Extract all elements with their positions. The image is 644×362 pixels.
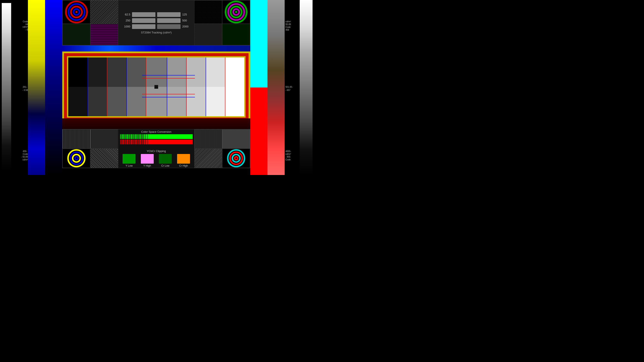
cell-dark-green [222, 24, 250, 45]
cell-dark [62, 24, 90, 45]
swatch-color-cr-low [159, 154, 172, 164]
right-855b: Code [286, 158, 291, 161]
tracking-bar-2000 [157, 24, 180, 29]
cell-diag-dark [90, 0, 118, 24]
swatch-label-y-low: Y Low [126, 164, 133, 167]
right-cdm2-bottom: cd/m² [286, 153, 291, 155]
center-square [154, 85, 158, 89]
hmarker-blue-top [142, 75, 195, 75]
svg-point-12 [72, 154, 80, 162]
tracking-label-1000: 1000 [122, 25, 130, 28]
main-content: 62.5 125 250 500 1000 2000 ST20 [62, 0, 250, 175]
concentric-circles-red [63, 0, 90, 23]
cell-concentric-cyan [222, 149, 250, 168]
csc-red-bar [120, 140, 192, 144]
left-sidebar: Code 64 cd/m² - 0 261- - 3.58 459- Code … [0, 0, 62, 175]
right-code-label: Code [286, 26, 291, 28]
right-sidebar: cd/m² 55.89 Code 459 501.65- - 657 4000-… [250, 0, 312, 175]
right-657: - 657 [286, 89, 290, 91]
left-yellow-bar [28, 0, 45, 175]
cyan-bar [250, 0, 268, 87]
swatch-label-y-high: Y High [144, 164, 151, 167]
cell-vlines-3 [194, 129, 222, 149]
concentric-circles-green [222, 0, 250, 23]
left-labels: Code 64 cd/m² - 0 261- - 3.58 459- Code … [13, 0, 28, 175]
gray-top [68, 57, 244, 87]
left-cdm2b: cd/m² [22, 158, 28, 161]
tracking-bar-250 [132, 18, 156, 23]
left-261: 261- [23, 86, 27, 88]
tracking-row-1: 62.5 125 [122, 12, 191, 17]
grayscale-chart [68, 57, 244, 116]
tracking-row-3: 1000 2000 [122, 24, 191, 29]
swatch-cr-low: Cr Low [159, 154, 172, 167]
cell-concentric-red [62, 0, 90, 24]
right-501: 501.65- [286, 86, 293, 88]
left-358: - 3.58 [22, 89, 28, 91]
top-grid: 62.5 125 250 500 1000 2000 ST20 [62, 0, 250, 45]
vline-3 [126, 57, 127, 116]
middle-section [62, 45, 250, 129]
tracking-value-125: 125 [182, 13, 191, 16]
vline-8 [225, 57, 226, 116]
vline-6 [186, 57, 186, 116]
svg-point-4 [75, 11, 78, 13]
left-code: Code [23, 153, 28, 155]
cell-vlines-1 [62, 129, 90, 149]
hmarker-red-bottom [142, 94, 195, 94]
cell-diag-fine [194, 149, 222, 168]
left-cdm2-value: - 0 [25, 28, 28, 31]
vline-7 [206, 57, 206, 116]
right-4000: 4000- [286, 150, 291, 152]
csc-panel: Color Space Conversion [118, 129, 194, 149]
swatch-color-cr-high [177, 154, 190, 164]
right-cyan-red-bar [250, 0, 268, 175]
tracking-row-2: 250 500 [122, 18, 191, 23]
right-cdm2-value: 55.89 [286, 23, 291, 25]
red-bar [250, 87, 268, 175]
cell-dark-hlines [194, 24, 222, 45]
swatch-label-cr-low: Cr Low [161, 164, 169, 167]
ycbcr-title: YCbCr Clipping [120, 149, 192, 153]
svg-point-13 [75, 157, 78, 160]
left-blue-bar [45, 0, 62, 175]
tracking-bar-1000 [132, 24, 156, 29]
svg-point-16 [232, 154, 240, 162]
left-459: 459- [23, 150, 27, 152]
tracking-bar-500 [157, 18, 180, 23]
cell-hlines-purple [90, 24, 118, 45]
blue-gradient-top [62, 45, 250, 51]
hmarker-red-top [142, 78, 195, 78]
swatch-y-high: Y High [141, 154, 154, 167]
cell-dark-grid [194, 0, 222, 24]
swatch-color-y-high [141, 154, 154, 164]
tracking-value-2000: 2000 [182, 25, 191, 28]
swatch-cr-high: Cr High [177, 154, 190, 167]
cell-diag45 [90, 149, 118, 168]
tracking-bar-125 [157, 12, 180, 17]
swatch-color-y-low [122, 154, 136, 164]
cell-concentric-yellow [62, 149, 90, 168]
gray-bottom [68, 87, 244, 116]
yellow-inner [67, 56, 246, 117]
vline-4 [146, 57, 146, 116]
bottom-grid: Color Space Conversion [62, 129, 250, 168]
tracking-bar-625 [132, 12, 156, 17]
right-gradient-bar [268, 0, 285, 175]
tracking-label-625: 62.5 [122, 13, 130, 16]
vline-2 [107, 57, 107, 116]
hmarker-blue-bottom [142, 97, 195, 97]
tracking-title: ST2084 Tracking (cd/m²) [122, 31, 191, 34]
cell-vlines-2 [90, 129, 118, 149]
yellow-outer [62, 51, 250, 122]
vline-5 [167, 57, 167, 116]
right-code-value: 459 [286, 29, 289, 31]
csc-green-bar [120, 134, 192, 139]
right-gray-bar [300, 0, 312, 175]
ycbcr-panel: YCbCr Clipping Y Low Y High Cr Low Cr Hi… [118, 149, 194, 168]
tracking-label-250: 250 [122, 19, 130, 22]
cell-vlines-4 [222, 129, 250, 149]
left-gray-bar [0, 0, 13, 175]
right-labels: cd/m² 55.89 Code 459 501.65- - 657 4000-… [285, 0, 300, 175]
svg-point-17 [235, 157, 238, 160]
